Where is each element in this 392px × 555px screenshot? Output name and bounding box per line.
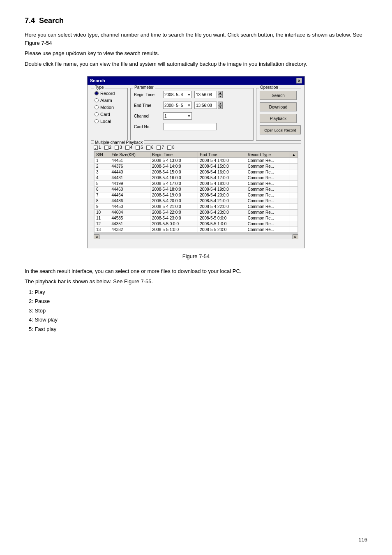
cell-type: Common Re... bbox=[246, 164, 290, 169]
end-time-up[interactable]: ▲ bbox=[218, 102, 223, 105]
cell-size: 44464 bbox=[110, 192, 150, 198]
channel-dropdown[interactable]: 1 ▼ bbox=[163, 112, 192, 120]
col-header-scroll[interactable]: ▲ bbox=[290, 152, 298, 158]
cell-type: Common Re... bbox=[246, 210, 290, 215]
cb-label-6: 6 bbox=[151, 145, 154, 150]
checkbox-7[interactable] bbox=[157, 146, 161, 150]
scrollbar-track[interactable] bbox=[99, 234, 293, 239]
end-time-down[interactable]: ▼ bbox=[218, 105, 223, 109]
dialog-close-button[interactable]: × bbox=[296, 78, 302, 83]
checkbox-1[interactable] bbox=[94, 146, 98, 150]
end-time-row: End Time 2008- 5- 5 ▼ ▲ ▼ bbox=[134, 102, 250, 109]
cell-sn: 2 bbox=[95, 164, 110, 169]
checkbox-2[interactable] bbox=[104, 146, 108, 150]
cell-sn: 13 bbox=[95, 227, 110, 233]
cell-type: Common Re... bbox=[246, 175, 290, 181]
col-header-type: Record Type bbox=[246, 152, 290, 158]
cb-item-4[interactable]: 4 bbox=[125, 145, 133, 150]
table-row[interactable]: 14 44475 2008-5-5 2:0:0 2008-5-5 3:0:0 C… bbox=[95, 233, 298, 234]
radio-motion[interactable] bbox=[95, 105, 99, 109]
download-button[interactable]: Download bbox=[260, 102, 297, 111]
playback-button[interactable]: Playback bbox=[260, 114, 297, 123]
open-local-button[interactable]: Open Local Record bbox=[260, 125, 301, 134]
checkbox-8[interactable] bbox=[167, 146, 171, 150]
cb-item-2[interactable]: 2 bbox=[104, 145, 112, 150]
radio-local[interactable] bbox=[95, 119, 99, 123]
type-card-row[interactable]: Card bbox=[95, 112, 124, 117]
dialog-title: Search bbox=[90, 78, 105, 83]
cardno-input[interactable] bbox=[163, 123, 217, 130]
type-group: Type Record Alarm Motion bbox=[91, 88, 128, 141]
cb-item-1[interactable]: 1 bbox=[94, 145, 101, 150]
begin-date-dropdown[interactable]: 2008- 5- 4 ▼ bbox=[163, 91, 192, 98]
radio-alarm[interactable] bbox=[95, 98, 99, 102]
type-card-label: Card bbox=[100, 112, 110, 117]
table-row[interactable]: 7 44464 2008-5-4 19:0:0 2008-5-4 20:0:0 … bbox=[95, 192, 298, 198]
scroll-right[interactable]: ► bbox=[293, 234, 298, 239]
cell-size: 44199 bbox=[110, 181, 150, 187]
table-row[interactable]: 10 44604 2008-5-4 22:0:0 2008-5-4 23:0:0… bbox=[95, 210, 298, 215]
type-alarm-row[interactable]: Alarm bbox=[95, 98, 124, 103]
scroll-left[interactable]: ◄ bbox=[94, 234, 99, 239]
cb-item-8[interactable]: 8 bbox=[167, 145, 175, 150]
end-time-spinner[interactable]: ▲ ▼ bbox=[218, 102, 223, 109]
begin-time-spinner[interactable]: ▲ ▼ bbox=[218, 91, 223, 98]
type-local-label: Local bbox=[100, 119, 111, 124]
col-header-begin: Begin Time bbox=[150, 152, 198, 158]
cell-size: 44460 bbox=[110, 187, 150, 192]
cb-item-5[interactable]: 5 bbox=[136, 145, 143, 150]
table-row[interactable]: 1 44451 2008-5-4 13:0:0 2008-5-4 14:0:0 … bbox=[95, 158, 298, 164]
cell-begin: 2008-5-4 18:0:0 bbox=[150, 187, 198, 192]
checkbox-5[interactable] bbox=[136, 146, 140, 150]
table-row[interactable]: 12 44351 2009-5-5 0:0:0 2008-5-5 1:0:0 C… bbox=[95, 221, 298, 227]
cell-end: 2008-5-4 16:0:0 bbox=[198, 169, 246, 175]
cell-size: 44440 bbox=[110, 169, 150, 175]
begin-time-down[interactable]: ▼ bbox=[218, 95, 223, 98]
begin-time-up[interactable]: ▲ bbox=[218, 91, 223, 95]
cell-type: Common Re... bbox=[246, 227, 290, 233]
table-row[interactable]: 4 44431 2008-5-4 16:0:0 2008-5-4 17:0:0 … bbox=[95, 175, 298, 181]
type-motion-row[interactable]: Motion bbox=[95, 105, 124, 110]
table-row[interactable]: 8 44486 2008-5-4 20:0:0 2008-5-4 21:0:0 … bbox=[95, 198, 298, 204]
cell-begin: 2008-5-5 2:0:0 bbox=[150, 233, 198, 234]
end-date-arrow: ▼ bbox=[187, 104, 191, 107]
table-row[interactable]: 9 44450 2008-5-4 21:0:0 2008-5-4 22:0:0 … bbox=[95, 204, 298, 210]
search-button[interactable]: Search bbox=[260, 91, 297, 100]
table-row[interactable]: 13 44382 2008-5-5 1:0:0 2008-5-5 2:0:0 C… bbox=[95, 227, 298, 233]
type-record-row[interactable]: Record bbox=[95, 91, 124, 96]
table-row[interactable]: 11 44585 2008-5-4 23:0:0 2008-5-5 0:0:0 … bbox=[95, 215, 298, 221]
intro-text: Here you can select video type, channel … bbox=[25, 31, 367, 68]
param-group: Parameter Begin Time 2008- 5- 4 ▼ ▲ bbox=[130, 88, 254, 141]
cell-type: Common Re... bbox=[246, 233, 290, 234]
playback-list: 1: Play 2: Pause 3: Stop 4: Slow play 5:… bbox=[29, 288, 367, 333]
dialog-titlebar: Search × bbox=[88, 76, 304, 85]
table-row[interactable]: 5 44199 2008-5-4 17:0:0 2008-5-4 18:0:0 … bbox=[95, 181, 298, 187]
search-dialog: Search × Type Record Alarm bbox=[87, 76, 305, 248]
cell-end: 2008-5-4 20:0:0 bbox=[198, 192, 246, 198]
checkbox-3[interactable] bbox=[115, 146, 119, 150]
table-row[interactable]: 2 44376 2008-5-4 14:0:0 2008-5-4 15:0:0 … bbox=[95, 164, 298, 169]
channel-checkboxes: 1 2 3 4 5 bbox=[94, 145, 298, 150]
checkbox-6[interactable] bbox=[146, 146, 150, 150]
cb-item-6[interactable]: 6 bbox=[146, 145, 154, 150]
cb-item-7[interactable]: 7 bbox=[157, 145, 164, 150]
list-item-5: 5: Fast play bbox=[29, 325, 367, 333]
cell-end: 2008-5-5 2:0:0 bbox=[198, 227, 246, 233]
radio-record[interactable] bbox=[95, 91, 99, 95]
channel-arrow: ▼ bbox=[187, 114, 191, 118]
cb-item-3[interactable]: 3 bbox=[115, 145, 122, 150]
cell-sn: 6 bbox=[95, 187, 110, 192]
end-date-dropdown[interactable]: 2008- 5- 5 ▼ bbox=[163, 102, 192, 109]
cell-sn: 3 bbox=[95, 169, 110, 175]
begin-time-input[interactable] bbox=[194, 91, 217, 98]
checkbox-4[interactable] bbox=[125, 146, 129, 150]
op-group-label: Operation bbox=[259, 85, 279, 90]
type-local-row[interactable]: Local bbox=[95, 119, 124, 124]
cell-scroll bbox=[290, 181, 298, 187]
cell-sn: 7 bbox=[95, 192, 110, 198]
radio-card[interactable] bbox=[95, 112, 99, 116]
intro-para-3: Double click file name, you can view the… bbox=[25, 60, 367, 68]
end-time-input[interactable] bbox=[194, 102, 217, 109]
table-row[interactable]: 3 44440 2008-5-4 15:0:0 2008-5-4 16:0:0 … bbox=[95, 169, 298, 175]
table-row[interactable]: 6 44460 2008-5-4 18:0:0 2008-5-4 19:0:0 … bbox=[95, 187, 298, 192]
